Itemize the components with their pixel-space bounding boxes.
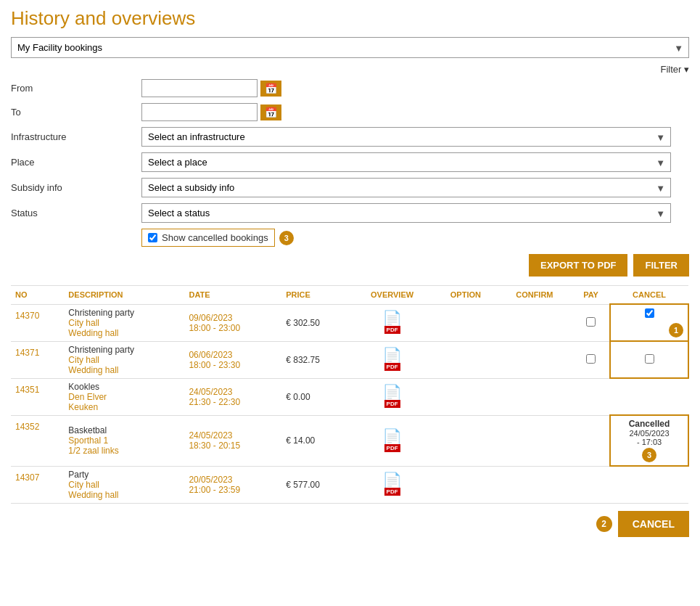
cancelled-row-badge: 3 <box>642 448 656 462</box>
pdf-icon[interactable]: 📄 PDF <box>382 348 402 371</box>
cancel-checkbox-checked[interactable] <box>645 308 654 318</box>
table-row: 14352Basketbal Sporthal 1 1/2 zaal links… <box>11 415 688 466</box>
status-select[interactable]: Select a status <box>141 203 671 223</box>
to-row: To 📅 <box>11 103 689 121</box>
cell-confirm <box>498 304 572 341</box>
cell-confirm <box>498 466 572 503</box>
col-header-description: DESCRIPTION <box>64 286 184 305</box>
status-label: Status <box>11 208 141 218</box>
col-header-cancel: CANCEL <box>610 286 688 305</box>
cell-description: Party City hall Wedding hall <box>64 466 184 503</box>
cell-date: 24/05/2023 21:30 - 22:30 <box>184 378 281 415</box>
cell-overview: 📄 PDF <box>350 466 434 503</box>
pay-checkbox[interactable] <box>586 354 596 364</box>
cell-price: € 14.00 <box>281 415 350 466</box>
desc-line3: Wedding hall <box>68 365 180 375</box>
cell-overview: 📄 PDF <box>350 304 434 341</box>
cell-description: Kookles Den Elver Keuken <box>64 378 184 415</box>
cell-overview: 📄 PDF <box>350 415 434 466</box>
filter-button[interactable]: FILTER <box>633 254 689 277</box>
cell-cancel[interactable] <box>610 341 688 378</box>
table-row: 14307Party City hall Wedding hall20/05/2… <box>11 466 688 503</box>
show-cancelled-checkbox[interactable] <box>148 233 157 242</box>
cell-no: 14352 <box>11 415 64 466</box>
date-line2: 21:00 - 23:59 <box>189 485 277 495</box>
place-select[interactable]: Select a place <box>141 152 671 172</box>
page-title: History and overviews <box>11 7 689 30</box>
col-header-price: PRICE <box>281 286 350 305</box>
cancel-checkbox-empty[interactable] <box>645 354 654 364</box>
status-select-wrapper: Select a status ▼ <box>141 203 671 223</box>
cell-confirm <box>498 341 572 378</box>
col-header-no: NO <box>11 286 64 305</box>
from-calendar-button[interactable]: 📅 <box>260 81 281 97</box>
cell-option <box>434 378 498 415</box>
cell-date: 09/06/2023 18:00 - 23:00 <box>184 304 281 341</box>
from-label: From <box>11 83 141 94</box>
cell-description: Basketbal Sporthal 1 1/2 zaal links <box>64 415 184 466</box>
cell-cancel[interactable] <box>610 378 688 415</box>
desc-line1: Christening party <box>68 345 180 355</box>
cell-option <box>434 341 498 378</box>
to-input-wrap: 📅 <box>141 103 281 121</box>
cell-no: 14370 <box>11 304 64 341</box>
filter-toggle-label: Filter ▾ <box>661 64 690 75</box>
date-line2: 18:00 - 23:30 <box>189 360 277 370</box>
cell-price: € 832.75 <box>281 341 350 378</box>
cell-pay[interactable] <box>572 466 610 503</box>
export-pdf-button[interactable]: EXPORT TO PDF <box>529 254 628 277</box>
infrastructure-select-wrapper: Select an infrastructure ▼ <box>141 127 671 147</box>
place-select-wrapper: Select a place ▼ <box>141 152 671 172</box>
cell-option <box>434 415 498 466</box>
date-line2: 21:30 - 22:30 <box>189 397 277 407</box>
infrastructure-select[interactable]: Select an infrastructure <box>141 127 671 147</box>
filter-toggle[interactable]: Filter ▾ <box>11 64 689 75</box>
cancel-button[interactable]: CANCEL <box>618 511 689 537</box>
desc-line2: City hall <box>68 318 180 328</box>
filter-section: From 📅 To 📅 Infrastructure Select an inf… <box>11 79 689 247</box>
cell-pay[interactable] <box>572 378 610 415</box>
subsidy-select[interactable]: Select a subsidy info <box>141 178 671 197</box>
col-header-pay: PAY <box>572 286 610 305</box>
subsidy-select-wrapper: Select a subsidy info ▼ <box>141 178 671 197</box>
desc-line2: City hall <box>68 480 180 490</box>
subsidy-label: Subsidy info <box>11 182 141 193</box>
bookings-table: NO DESCRIPTION DATE PRICE OVERVIEW OPTIO… <box>11 285 689 504</box>
cell-pay[interactable] <box>572 304 610 341</box>
desc-line1: Christening party <box>68 308 180 318</box>
col-header-option: OPTION <box>434 286 498 305</box>
date-line1: 06/06/2023 <box>189 350 277 360</box>
cell-price: € 577.00 <box>281 466 350 503</box>
to-label: To <box>11 107 141 118</box>
col-header-date: DATE <box>184 286 281 305</box>
desc-line2: Sporthal 1 <box>68 435 180 446</box>
from-date-input[interactable] <box>141 79 258 97</box>
col-header-confirm: CONFIRM <box>498 286 572 305</box>
to-date-input[interactable] <box>141 103 258 121</box>
cell-price: € 302.50 <box>281 304 350 341</box>
date-line1: 24/05/2023 <box>189 387 277 397</box>
pdf-icon[interactable]: 📄 PDF <box>382 430 402 452</box>
cell-cancel[interactable] <box>610 466 688 503</box>
main-booking-select[interactable]: My Facility bookings <box>11 37 689 58</box>
pdf-icon[interactable]: 📄 PDF <box>382 385 402 408</box>
cell-no: 14307 <box>11 466 64 503</box>
cell-cancel[interactable]: 1 <box>610 304 688 341</box>
cell-pay[interactable] <box>572 415 610 466</box>
date-line1: 24/05/2023 <box>189 430 277 441</box>
col-header-overview: OVERVIEW <box>350 286 434 305</box>
pdf-icon[interactable]: 📄 PDF <box>382 311 402 334</box>
pay-checkbox[interactable] <box>586 317 596 327</box>
to-calendar-button[interactable]: 📅 <box>260 105 281 120</box>
place-row: Place Select a place ▼ <box>11 152 689 172</box>
cell-no: 14351 <box>11 378 64 415</box>
pdf-icon[interactable]: 📄 PDF <box>382 473 402 496</box>
cell-cancel[interactable]: Cancelled 24/05/2023 - 17:03 3 <box>610 415 688 466</box>
desc-line1: Basketbal <box>68 425 180 435</box>
cell-overview: 📄 PDF <box>350 341 434 378</box>
show-cancelled-badge: 3 <box>279 231 294 245</box>
cell-pay[interactable] <box>572 341 610 378</box>
cell-option <box>434 304 498 341</box>
cancelled-time: - 17:03 <box>614 438 685 446</box>
desc-line1: Party <box>68 470 180 480</box>
